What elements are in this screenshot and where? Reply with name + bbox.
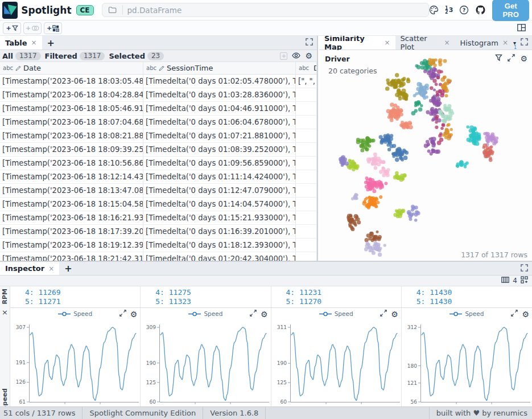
scatter-point[interactable]	[446, 79, 450, 83]
scatter-point[interactable]	[352, 163, 355, 166]
github-icon[interactable]	[475, 5, 486, 16]
scatter-point[interactable]	[406, 126, 410, 130]
scatter-point[interactable]	[369, 184, 374, 188]
scatter-point[interactable]	[390, 84, 393, 87]
scatter-point[interactable]	[469, 134, 473, 138]
scatter-point[interactable]	[435, 83, 438, 86]
scatter-point[interactable]	[365, 196, 368, 199]
scatter-point[interactable]	[374, 244, 378, 247]
scatter-point[interactable]	[403, 92, 407, 97]
scatter-point[interactable]	[440, 127, 444, 130]
scatter-point[interactable]	[438, 63, 442, 67]
scatter-point[interactable]	[385, 87, 390, 91]
scatter-point[interactable]	[414, 213, 418, 216]
scatter-point[interactable]	[446, 124, 449, 127]
scatter-point[interactable]	[433, 88, 436, 91]
tab-similarity-map[interactable]: Similarity Map×	[319, 36, 395, 50]
scatter-point[interactable]	[377, 163, 381, 167]
tab-inspector[interactable]: Inspector×	[0, 262, 59, 275]
scatter-point[interactable]	[373, 153, 377, 157]
scatter-point[interactable]	[432, 79, 436, 83]
scatter-point[interactable]	[374, 247, 378, 250]
table-row[interactable]: [Timestamp('2023-06-18 18:05:46.9170([Ti…	[0, 102, 317, 116]
scatter-point[interactable]	[436, 93, 439, 96]
scatter-point[interactable]	[436, 76, 440, 80]
scatter-point[interactable]	[442, 123, 445, 126]
scatter-point[interactable]	[490, 145, 493, 148]
table-row[interactable]: [Timestamp('2023-06-18 18:15:04.5800([Ti…	[0, 198, 317, 211]
scatter-point[interactable]	[401, 78, 405, 82]
scatter-point[interactable]	[443, 59, 447, 63]
scatter-point[interactable]	[427, 143, 430, 146]
scatter-point[interactable]	[456, 162, 460, 166]
scatter-point[interactable]	[420, 87, 423, 90]
scatter-point[interactable]	[371, 239, 374, 242]
scatter-point[interactable]	[366, 243, 370, 246]
table-row[interactable]: [Timestamp('2023-06-18 18:21:42.3100([Ti…	[0, 252, 317, 261]
table-row[interactable]: [Timestamp('2023-06-18 18:08:21.8870([Ti…	[0, 129, 317, 143]
scatter-point[interactable]	[417, 102, 420, 105]
scatter-point[interactable]	[424, 85, 427, 89]
rpm-values-cell[interactable]: 4: 112315: 11270	[271, 286, 402, 307]
scatter-point[interactable]	[444, 129, 448, 133]
speed-chart[interactable]: Speed⚙31218012156	[402, 308, 532, 407]
scatter-point[interactable]	[389, 111, 393, 115]
scatter-point[interactable]	[448, 117, 452, 121]
scatter-point[interactable]	[365, 238, 369, 242]
scatter-point[interactable]	[406, 77, 410, 81]
scatter-point[interactable]	[365, 136, 369, 140]
chart-legend[interactable]: Speed	[58, 310, 92, 317]
scatter-point[interactable]	[397, 79, 401, 83]
add-lasso-button[interactable]: +	[23, 22, 42, 34]
scatter-point[interactable]	[403, 174, 406, 178]
scatter-point[interactable]	[394, 116, 397, 119]
scatter-point[interactable]	[414, 104, 417, 107]
scatter-point[interactable]	[450, 128, 453, 131]
scatter-point[interactable]	[369, 180, 373, 183]
help-icon[interactable]: ?	[459, 5, 469, 16]
chart-legend[interactable]: Speed	[319, 310, 353, 317]
table-row[interactable]: [Timestamp('2023-06-18 18:13:47.0850([Ti…	[0, 184, 317, 198]
chart-legend[interactable]: Speed	[449, 310, 484, 317]
scatter-point[interactable]	[401, 158, 404, 161]
scatter-point[interactable]	[442, 87, 446, 91]
scatter-point[interactable]	[414, 219, 418, 222]
scatter-point[interactable]	[472, 130, 476, 134]
filter-all[interactable]: All1317	[2, 52, 41, 60]
scatter-point[interactable]	[365, 147, 369, 151]
scatter-point[interactable]	[372, 189, 376, 193]
scatter-point[interactable]	[387, 116, 391, 119]
scatter-point[interactable]	[382, 161, 386, 164]
table-row[interactable]: [Timestamp('2023-06-18 18:17:39.2070([Ti…	[0, 225, 317, 239]
column-header-date[interactable]: abcDate	[0, 62, 143, 74]
reset-zoom-icon[interactable]	[508, 54, 515, 63]
table-row[interactable]: [Timestamp('2023-06-18 18:10:56.8650([Ti…	[0, 157, 317, 170]
expand-chart-icon[interactable]	[119, 310, 126, 318]
chart-settings-gear-icon[interactable]: ⚙	[130, 310, 138, 318]
scatter-point[interactable]	[402, 125, 406, 129]
scatter-point[interactable]	[432, 59, 435, 62]
scatter-point[interactable]	[398, 91, 402, 95]
scatter-point[interactable]	[434, 98, 437, 102]
table-settings-gear-icon[interactable]: ⚙	[305, 52, 312, 60]
scatter-point[interactable]	[353, 195, 357, 199]
expand-chart-icon[interactable]	[511, 310, 518, 318]
chart-legend[interactable]: Speed	[188, 310, 222, 317]
scatter-point[interactable]	[362, 138, 365, 142]
scatter-point[interactable]	[379, 170, 383, 174]
scatter-point[interactable]	[434, 108, 438, 112]
scatter-point[interactable]	[490, 132, 494, 136]
scatter-point[interactable]	[378, 253, 382, 257]
scatter-point[interactable]	[447, 136, 451, 141]
scatter-point[interactable]	[390, 102, 394, 107]
scatter-point[interactable]	[345, 162, 349, 166]
scatter-point[interactable]	[475, 134, 479, 138]
scatter-point[interactable]	[434, 112, 437, 115]
scatter-point[interactable]	[365, 185, 369, 189]
scatter-point[interactable]	[383, 170, 386, 172]
scatter-point[interactable]	[482, 143, 487, 148]
number-format-icon[interactable]: 123	[445, 6, 453, 14]
chart-settings-gear-icon[interactable]: ⚙	[522, 310, 529, 318]
scatter-point[interactable]	[357, 220, 361, 224]
scatter-point[interactable]	[354, 166, 357, 169]
